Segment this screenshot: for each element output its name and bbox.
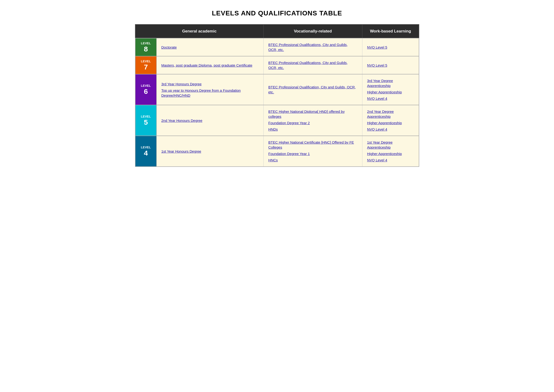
table-row: LEVEL52nd Year Honours DegreeBTEC Higher…: [135, 105, 419, 136]
row-3-vocationally-related: BTEC Higher National Diploma[ HND] offer…: [263, 105, 362, 136]
row-2-vocationally-related: BTEC Professional Qualification, City an…: [263, 74, 362, 105]
header-vocationally-related: Vocationally-related: [263, 24, 362, 38]
academic-item[interactable]: Doctorate: [161, 45, 259, 50]
academic-item[interactable]: 2nd Year Honours Degree: [161, 118, 259, 123]
row-1-general-academic: Masters, post graduate Diploma, post gra…: [157, 56, 264, 74]
work-based-item[interactable]: Higher Apprenticeship: [367, 120, 414, 125]
level-7-cell: LEVEL7: [135, 56, 157, 74]
row-4-general-academic: 1st Year Honours Degree: [157, 136, 264, 167]
table-row: LEVEL41st Year Honours DegreeBTEC Higher…: [135, 136, 419, 167]
work-based-item[interactable]: 3rd Year Degree Apprenticeship: [367, 78, 414, 88]
work-based-item[interactable]: 1st Year Degree Apprenticeship: [367, 140, 414, 150]
row-2-work-based-learning: 3rd Year Degree ApprenticeshipHigher App…: [362, 74, 419, 105]
qualifications-table: General academic Vocationally-related Wo…: [135, 24, 419, 167]
work-based-item[interactable]: NVQ Level 4: [367, 127, 414, 132]
row-3-general-academic: 2nd Year Honours Degree: [157, 105, 264, 136]
header-work-based-learning: Work-based Learning: [362, 24, 419, 38]
row-0-vocationally-related: BTEC Professional Qualifications, City a…: [263, 38, 362, 56]
work-based-item[interactable]: NVQ Level 4: [367, 158, 414, 163]
table-row: LEVEL63rd Year Honours DegreeTop up year…: [135, 74, 419, 105]
row-1-vocationally-related: BTEC Professional Qualifications, City a…: [263, 56, 362, 74]
row-1-work-based-learning: NVQ Level 5: [362, 56, 419, 74]
row-3-work-based-learning: 2nd Year Degree ApprenticeshipHigher App…: [362, 105, 419, 136]
level-8-cell: LEVEL8: [135, 38, 157, 56]
work-based-item[interactable]: 2nd Year Degree Apprenticeship: [367, 109, 414, 119]
work-based-item[interactable]: Higher Apprenticeship: [367, 90, 414, 95]
vocational-item[interactable]: BTEC Professional Qualification, City an…: [268, 85, 357, 95]
academic-item[interactable]: Masters, post graduate Diploma, post gra…: [161, 63, 259, 68]
vocational-item[interactable]: HNCs: [268, 158, 357, 163]
work-based-item[interactable]: NVQ Level 5: [367, 45, 414, 50]
row-4-work-based-learning: 1st Year Degree ApprenticeshipHigher App…: [362, 136, 419, 167]
table-row: LEVEL8DoctorateBTEC Professional Qualifi…: [135, 38, 419, 56]
vocational-item[interactable]: BTEC Higher National Diploma[ HND] offer…: [268, 109, 357, 119]
row-4-vocationally-related: BTEC Higher National Certificate [HNC] O…: [263, 136, 362, 167]
page-container: LEVELS AND QUALIFICATIONS TABLE General …: [135, 9, 419, 167]
vocational-item[interactable]: HNDs: [268, 127, 357, 132]
level-6-cell: LEVEL6: [135, 74, 157, 105]
work-based-item[interactable]: NVQ Level 5: [367, 63, 414, 68]
work-based-item[interactable]: NVQ Level 4: [367, 96, 414, 101]
work-based-item[interactable]: Higher Apprenticeship: [367, 151, 414, 156]
vocational-item[interactable]: BTEC Higher National Certificate [HNC] O…: [268, 140, 357, 150]
vocational-item[interactable]: BTEC Professional Qualifications, City a…: [268, 42, 357, 52]
row-0-work-based-learning: NVQ Level 5: [362, 38, 419, 56]
page-title: LEVELS AND QUALIFICATIONS TABLE: [135, 9, 419, 17]
header-general-academic: General academic: [135, 24, 264, 38]
vocational-item[interactable]: Foundation Degree Year 1: [268, 151, 357, 156]
level-4-cell: LEVEL4: [135, 136, 157, 167]
academic-item[interactable]: Top up year to Honours Degree from a Fou…: [161, 88, 259, 98]
academic-item[interactable]: 1st Year Honours Degree: [161, 149, 259, 154]
academic-item[interactable]: 3rd Year Honours Degree: [161, 82, 259, 86]
vocational-item[interactable]: BTEC Professional Qualifications, City a…: [268, 60, 357, 70]
row-2-general-academic: 3rd Year Honours DegreeTop up year to Ho…: [157, 74, 264, 105]
row-0-general-academic: Doctorate: [157, 38, 264, 56]
level-5-cell: LEVEL5: [135, 105, 157, 136]
table-row: LEVEL7Masters, post graduate Diploma, po…: [135, 56, 419, 74]
vocational-item[interactable]: Foundation Degree Year 2: [268, 120, 357, 125]
